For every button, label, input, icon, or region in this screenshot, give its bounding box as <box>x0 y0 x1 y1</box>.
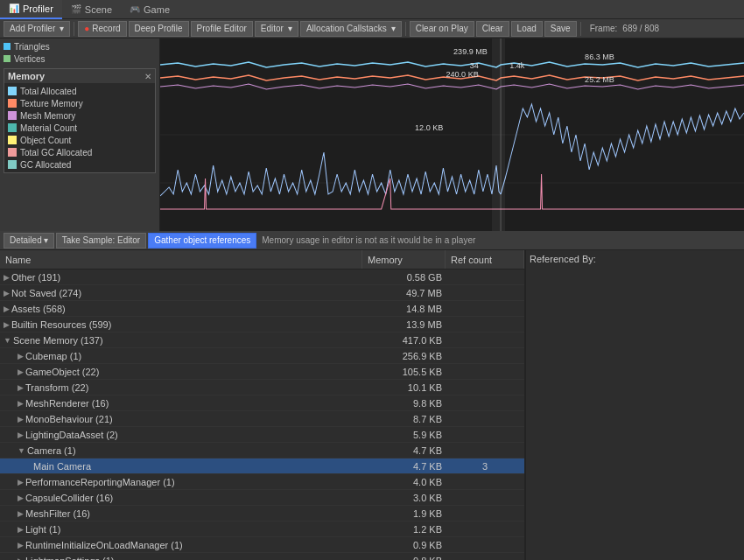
table-row[interactable]: ▶ CapsuleCollider (16) 3.0 KB <box>0 490 524 506</box>
vertices-color <box>4 55 11 62</box>
left-panel: Triangles Vertices Memory ✕ Total <box>0 38 160 231</box>
clear-on-play-button[interactable]: Clear on Play <box>410 21 474 37</box>
profiler-graph[interactable]: 239.9 MB 86.3 MB 34 1.4k 240.0 KB 25.2 M… <box>160 38 744 231</box>
expand-icon[interactable]: ▶ <box>4 320 10 329</box>
take-sample-button[interactable]: Take Sample: Editor <box>56 233 147 248</box>
memory-legend-item: Mesh Memory <box>8 109 151 122</box>
separator-1 <box>74 22 74 36</box>
expand-icon[interactable]: ▼ <box>4 336 11 345</box>
expand-icon[interactable]: ▶ <box>18 509 24 518</box>
name-cell: ▼ Scene Memory (137) <box>0 335 362 346</box>
row-name: Main Camera <box>33 461 91 472</box>
row-name: Transform (22) <box>25 382 88 393</box>
table-row[interactable]: ▶ Cubemap (1) 256.9 KB <box>0 348 524 364</box>
name-cell: ▶ Assets (568) <box>0 304 362 314</box>
memory-box-close[interactable]: ✕ <box>144 72 151 81</box>
table-row[interactable]: ▶ Builtin Resources (599) 13.9 MB <box>0 317 524 332</box>
legend-label: Object Count <box>20 136 71 145</box>
th-refcount[interactable]: Ref count <box>446 250 524 269</box>
table-row[interactable]: ▶ Assets (568) 14.8 MB <box>0 301 524 317</box>
expand-icon[interactable]: ▶ <box>4 273 10 282</box>
row-name: Light (1) <box>25 524 60 535</box>
editor-button[interactable]: Editor <box>255 21 298 37</box>
row-name: MeshRenderer (16) <box>25 398 109 409</box>
expand-icon[interactable]: ▶ <box>18 368 24 376</box>
memory-cell: 256.9 KB <box>362 351 446 361</box>
table-header: Name Memory Ref count <box>0 250 524 270</box>
expand-icon[interactable]: ▶ <box>18 383 24 392</box>
th-memory[interactable]: Memory <box>362 250 446 269</box>
table-row[interactable]: ▶ GameObject (22) 105.5 KB <box>0 364 524 380</box>
memory-box-header[interactable]: Memory ✕ <box>4 69 155 83</box>
gather-refs-button[interactable]: Gather object references <box>148 233 256 248</box>
expand-icon[interactable]: ▶ <box>18 352 24 360</box>
svg-text:240.0 KB: 240.0 KB <box>446 70 478 79</box>
row-name: Assets (568) <box>11 304 66 314</box>
color-swatch <box>8 148 17 157</box>
table-row[interactable]: ▶ Light (1) 1.2 KB <box>0 522 524 537</box>
table-row[interactable]: ▶ MeshRenderer (16) 9.8 KB <box>0 396 524 411</box>
svg-text:25.2 MB: 25.2 MB <box>585 75 614 84</box>
svg-rect-5 <box>492 38 505 231</box>
expand-icon[interactable]: ▶ <box>18 399 24 408</box>
table-row[interactable]: ▶ LightmapSettings (1) 0.8 KB <box>0 553 524 560</box>
save-button[interactable]: Save <box>544 21 577 37</box>
row-name: Not Saved (274) <box>11 288 81 298</box>
expand-icon[interactable]: ▶ <box>18 494 24 502</box>
tab-scene[interactable]: 🎬 Scene <box>62 0 121 19</box>
memory-note: Memory usage in editor is not as it woul… <box>262 235 475 245</box>
name-cell: ▶ GameObject (22) <box>0 367 362 377</box>
memory-cell: 4.7 KB <box>362 461 446 472</box>
memory-legend-item: Object Count <box>8 134 151 146</box>
sub-toolbar: Detailed Take Sample: Editor Gather obje… <box>0 231 744 250</box>
th-name[interactable]: Name <box>0 250 362 269</box>
name-cell: Main Camera <box>0 461 362 472</box>
record-button[interactable]: ● Record <box>78 21 126 37</box>
expand-icon[interactable]: ▶ <box>18 478 24 486</box>
table-row[interactable]: Main Camera 4.7 KB 3 <box>0 458 524 474</box>
profile-editor-button[interactable]: Profile Editor <box>191 21 253 37</box>
memory-cell: 1.9 KB <box>362 508 446 519</box>
row-name: LightmapSettings (1) <box>25 556 115 561</box>
memory-legend-item: Texture Memory <box>8 97 151 109</box>
expand-icon[interactable]: ▶ <box>18 541 24 550</box>
expand-icon[interactable]: ▶ <box>18 556 24 561</box>
row-name: Cubemap (1) <box>25 351 81 361</box>
load-button[interactable]: Load <box>511 21 543 37</box>
tab-game[interactable]: 🎮 Game <box>121 0 179 19</box>
name-cell: ▶ MeshRenderer (16) <box>0 398 362 409</box>
memory-cell: 8.7 KB <box>362 414 446 424</box>
memory-legend-item: Material Count <box>8 122 151 134</box>
memory-cell: 105.5 KB <box>362 367 446 377</box>
table-row[interactable]: ▶ Not Saved (274) 49.7 MB <box>0 285 524 301</box>
expand-icon[interactable]: ▶ <box>4 289 10 298</box>
deep-profile-button[interactable]: Deep Profile <box>129 21 189 37</box>
table-row[interactable]: ▶ Transform (22) 10.1 KB <box>0 380 524 396</box>
table-row[interactable]: ▶ RuntimeInitializeOnLoadManager (1) 0.9… <box>0 537 524 553</box>
name-cell: ▶ Light (1) <box>0 524 362 535</box>
table-row[interactable]: ▶ LightingDataAsset (2) 5.9 KB <box>0 427 524 443</box>
add-profiler-button[interactable]: Add Profiler <box>4 21 70 37</box>
memory-legend-list: Total Allocated Texture Memory Mesh Memo… <box>4 83 155 172</box>
table-row[interactable]: ▼ Scene Memory (137) 417.0 KB <box>0 332 524 348</box>
tab-profiler[interactable]: 📊 Profiler <box>0 0 62 19</box>
table-row[interactable]: ▶ MonoBehaviour (21) 8.7 KB <box>0 411 524 427</box>
table-row[interactable]: ▶ Other (191) 0.58 GB <box>0 270 524 285</box>
clear-button[interactable]: Clear <box>476 21 509 37</box>
allocation-callstacks-button[interactable]: Allocation Callstacks <box>300 21 402 37</box>
row-name: LightingDataAsset (2) <box>25 430 118 440</box>
expand-icon[interactable]: ▶ <box>4 304 10 313</box>
color-swatch <box>8 87 17 95</box>
referenced-by-label: Referenced By: <box>530 254 596 264</box>
tree-table[interactable]: Name Memory Ref count ▶ Other (191) 0.58 <box>0 250 525 560</box>
table-row[interactable]: ▶ PerformanceReportingManager (1) 4.0 KB <box>0 474 524 490</box>
tab-scene-label: Scene <box>85 4 112 15</box>
expand-icon[interactable]: ▶ <box>18 430 24 439</box>
svg-text:86.3 MB: 86.3 MB <box>585 52 614 61</box>
table-row[interactable]: ▶ MeshFilter (16) 1.9 KB <box>0 506 524 522</box>
expand-icon[interactable]: ▶ <box>18 525 24 534</box>
table-row[interactable]: ▼ Camera (1) 4.7 KB <box>0 443 524 458</box>
detailed-button[interactable]: Detailed <box>4 233 54 248</box>
expand-icon[interactable]: ▼ <box>18 446 25 455</box>
expand-icon[interactable]: ▶ <box>18 415 24 424</box>
